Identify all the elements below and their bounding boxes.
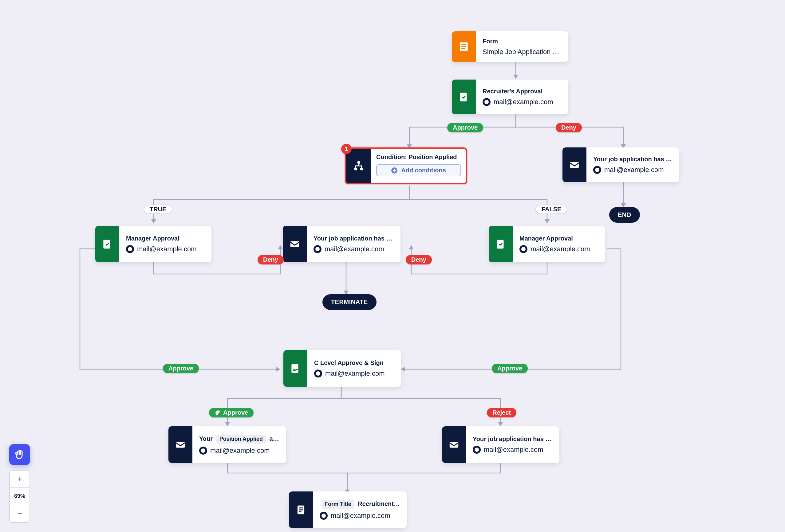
node-form-title: Form (483, 38, 561, 45)
svg-rect-16 (461, 46, 466, 47)
node-denied-mid-title: Your job application has been… (313, 235, 394, 242)
svg-marker-11 (225, 422, 230, 426)
approval-icon (95, 226, 119, 262)
node-recruiter-title: Recruiter's Approval (483, 88, 561, 95)
approval-icon (489, 226, 513, 262)
terminal-end: END (609, 207, 640, 223)
node-c-level[interactable]: C Level Approve & Sign mail@example.com (283, 350, 401, 387)
node-manager-approval-right[interactable]: Manager Approval mail@example.com (489, 226, 605, 262)
label-approve-left: Approve (163, 364, 199, 373)
node-denied-email-mid[interactable]: Your job application has been… mail@exam… (283, 226, 401, 262)
add-conditions-label: Add conditions (401, 167, 446, 174)
sheet-icon (289, 491, 313, 528)
svg-rect-18 (460, 92, 466, 101)
node-approved-email: mail@example.com (210, 447, 270, 455)
node-rejected-email: mail@example.com (484, 446, 543, 454)
user-icon (313, 245, 322, 253)
tag-position-applied: Position Applied (217, 435, 266, 444)
svg-rect-27 (176, 442, 185, 448)
user-icon (314, 370, 322, 377)
svg-marker-5 (545, 219, 550, 223)
label-deny-recruiter: Deny (556, 123, 582, 132)
edges-layer (0, 0, 785, 532)
sign-icon (283, 350, 307, 387)
user-icon (320, 512, 328, 520)
node-mgr-r-email: mail@example.com (531, 245, 590, 253)
svg-rect-15 (461, 44, 466, 45)
node-recruiter-email: mail@example.com (493, 98, 553, 106)
svg-rect-21 (360, 168, 363, 170)
zoom-in-button[interactable]: + (10, 471, 29, 488)
svg-rect-28 (450, 442, 459, 448)
form-icon (452, 31, 476, 62)
canvas-toolbar: + 69% − (9, 444, 30, 523)
node-clevel-email: mail@example.com (325, 370, 385, 377)
hand-icon (14, 449, 26, 460)
add-conditions-button[interactable]: + Add conditions (376, 164, 461, 176)
node-approved-title: Your Position Applied app… (199, 435, 279, 444)
terminal-terminate: TERMINATE (323, 294, 377, 310)
svg-rect-24 (290, 241, 299, 247)
node-condition-title: Condition: Position Applied (376, 154, 461, 161)
node-denied-email-top[interactable]: Your job application has been… mail@exam… (562, 148, 679, 182)
zoom-out-button[interactable]: − (10, 505, 29, 522)
pan-tool-button[interactable] (9, 444, 30, 465)
node-mgr-r-title: Manager Approval (520, 235, 598, 242)
label-true: TRUE (144, 205, 172, 214)
svg-rect-32 (299, 511, 302, 512)
label-deny-right: Deny (406, 255, 432, 264)
svg-marker-10 (401, 367, 405, 372)
node-manager-approval-left[interactable]: Manager Approval mail@example.com (95, 226, 211, 262)
zoom-control: + 69% − (9, 470, 30, 523)
svg-marker-9 (276, 367, 280, 372)
email-icon (562, 148, 586, 182)
node-denied-top-title: Your job application has been… (593, 156, 673, 163)
label-approve-clevel: Approve (209, 408, 254, 418)
node-rejected-email[interactable]: Your job application has been… mail@exam… (442, 426, 559, 463)
label-approve-recruiter: Approve (447, 123, 483, 132)
node-final-form[interactable]: Form Title Recruitment Re… mail@example.… (289, 491, 407, 528)
user-icon (199, 447, 207, 455)
email-icon (169, 426, 193, 463)
user-icon (473, 446, 481, 454)
node-approved-email[interactable]: Your Position Applied app… mail@example.… (169, 426, 286, 463)
svg-rect-17 (461, 48, 465, 49)
svg-rect-30 (299, 507, 303, 508)
node-mgr-l-email: mail@example.com (137, 245, 197, 253)
condition-icon (346, 149, 371, 183)
svg-rect-25 (497, 240, 503, 248)
node-final-title: Form Title Recruitment Re… (320, 500, 400, 509)
approval-icon (452, 80, 476, 114)
svg-rect-20 (354, 168, 357, 170)
tag-form-title: Form Title (322, 500, 354, 509)
label-false: FALSE (535, 205, 567, 214)
node-condition[interactable]: 1 Condition: Position Applied + Add cond… (345, 148, 467, 184)
svg-rect-31 (299, 509, 303, 510)
plus-icon: + (391, 167, 398, 174)
svg-marker-8 (409, 245, 414, 249)
zoom-level: 69% (10, 488, 29, 505)
user-icon (593, 166, 601, 174)
node-denied-top-email: mail@example.com (604, 166, 664, 174)
tag-icon (214, 410, 221, 416)
svg-rect-23 (103, 240, 110, 248)
node-rejected-title: Your job application has been… (473, 435, 553, 443)
svg-marker-0 (513, 75, 518, 79)
user-icon (520, 245, 527, 253)
node-recruiter-approval[interactable]: Recruiter's Approval mail@example.com (452, 80, 568, 114)
label-deny-left: Deny (258, 255, 284, 264)
svg-marker-4 (151, 219, 156, 223)
label-reject-clevel: Reject (487, 408, 516, 418)
error-badge: 1 (341, 144, 352, 154)
svg-marker-6 (278, 245, 283, 249)
node-mgr-l-title: Manager Approval (126, 235, 205, 242)
node-clevel-title: C Level Approve & Sign (314, 360, 394, 367)
node-form[interactable]: Form Simple Job Application Fo… (452, 31, 568, 62)
node-denied-mid-email: mail@example.com (325, 245, 384, 253)
user-icon (483, 98, 490, 106)
node-form-subtitle: Simple Job Application Fo… (483, 48, 561, 56)
node-final-email: mail@example.com (331, 512, 390, 520)
svg-marker-12 (498, 422, 503, 426)
email-icon (442, 426, 466, 463)
workflow-canvas[interactable]: Form Simple Job Application Fo… Recruite… (0, 0, 785, 532)
